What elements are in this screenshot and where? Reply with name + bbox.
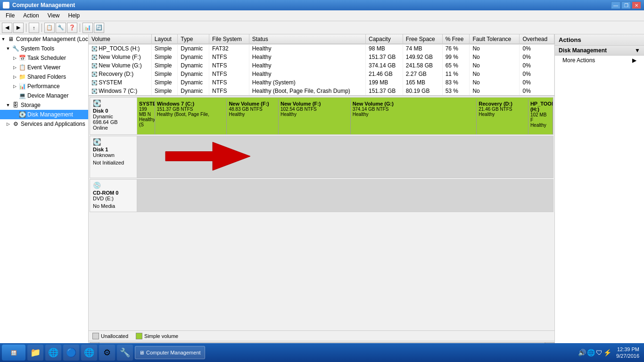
cdrom-status: No Media: [93, 203, 134, 209]
menu-view[interactable]: View: [44, 11, 64, 20]
table-row[interactable]: 💽 SYSTEM Simple Dynamic NTFS Healthy (Sy…: [89, 78, 554, 87]
systray: 🔊 🌐 🛡 ⚡: [578, 349, 611, 356]
tree-root[interactable]: ▼ 🖥 Computer Management (Local: [0, 34, 88, 44]
systray-2[interactable]: 🌐: [587, 349, 595, 356]
device-icon: 💻: [18, 92, 26, 99]
close-button[interactable]: ✕: [632, 1, 641, 9]
system-tools-icon: 🔧: [12, 45, 19, 52]
col-type[interactable]: Type: [178, 34, 209, 44]
disk0-type: Dynamic: [93, 114, 134, 119]
properties-button[interactable]: 🔧: [56, 23, 66, 33]
back-button[interactable]: ◀: [2, 23, 12, 33]
cell-layout: Simple: [151, 44, 178, 53]
disk0-p2[interactable]: Windows 7 (C:) 151.37 GB NTFS Healthy (B…: [155, 99, 227, 134]
cell-free: 80.19 GB: [403, 87, 442, 95]
cell-pct: 53 %: [442, 87, 470, 95]
cell-overhead: 0%: [520, 44, 554, 53]
start-button[interactable]: 🪟: [2, 345, 25, 361]
view-button[interactable]: 📊: [83, 23, 93, 33]
main-container: ▼ 🖥 Computer Management (Local ▼ 🔧 Syste…: [0, 34, 644, 348]
col-layout[interactable]: Layout: [151, 34, 178, 44]
tree-disk-management[interactable]: 💽 Disk Management: [0, 110, 88, 119]
col-volume[interactable]: Volume: [89, 34, 151, 44]
disk0-row: 💽 Disk 0 Dynamic 698.64 GB Online SYSTEM…: [90, 97, 553, 135]
cell-free: 2.27 GB: [403, 70, 442, 78]
tree-performance[interactable]: ▷ 📊 Performance: [0, 82, 88, 91]
systray-4[interactable]: ⚡: [603, 349, 611, 356]
tree-shared-folders[interactable]: ▷ 📁 Shared Folders: [0, 72, 88, 82]
col-pct[interactable]: % Free: [442, 34, 470, 44]
tree-device-manager[interactable]: 💻 Device Manager: [0, 91, 88, 100]
cell-fs: NTFS: [209, 87, 249, 95]
disk0-p5[interactable]: New Volume (G:) 374.14 GB NTFS Healthy: [351, 99, 477, 134]
cell-free: 165 MB: [403, 78, 442, 87]
table-row[interactable]: 💽 New Volume (G:) Simple Dynamic NTFS He…: [89, 61, 554, 70]
tree-services[interactable]: ▷ ⚙ Services and Applications: [0, 119, 88, 129]
cell-overhead: 0%: [520, 53, 554, 61]
active-task[interactable]: 🖥 Computer Management: [135, 346, 205, 359]
cell-fs: NTFS: [209, 78, 249, 87]
cell-overhead: 0%: [520, 70, 554, 78]
disk0-icon: 💽: [93, 99, 134, 107]
cell-layout: Simple: [151, 87, 178, 95]
arrow-indicator: [156, 140, 250, 174]
taskbar-tool2[interactable]: 🔧: [117, 345, 133, 361]
show-hide-button[interactable]: 📋: [44, 23, 55, 33]
cell-pct: 11 %: [442, 70, 470, 78]
taskbar-right: 🔊 🌐 🛡 ⚡ 12:39 PM 9/27/2016: [578, 346, 642, 360]
col-capacity[interactable]: Capacity: [366, 34, 403, 44]
col-fault[interactable]: Fault Tolerance: [470, 34, 520, 44]
restore-button[interactable]: ❐: [621, 1, 631, 9]
refresh-button[interactable]: 🔄: [94, 23, 104, 33]
device-label: Device Manager: [27, 92, 68, 99]
tree-event-viewer[interactable]: ▷ 📋 Event Viewer: [0, 63, 88, 72]
legend-bar: Unallocated Simple volume: [89, 330, 554, 341]
menu-help[interactable]: Help: [65, 11, 84, 20]
cell-type: Dynamic: [178, 53, 209, 61]
taskbar-explorer[interactable]: 📁: [27, 345, 43, 361]
table-row[interactable]: 💽 Windows 7 (C:) Simple Dynamic NTFS Hea…: [89, 87, 554, 95]
systray-1[interactable]: 🔊: [578, 349, 586, 356]
actions-header: Actions: [555, 34, 644, 46]
taskbar-chrome[interactable]: 🔵: [63, 345, 79, 361]
disk0-p4[interactable]: New Volume (F:) 102.54 GB NTFS Healthy: [279, 99, 351, 134]
disk0-p7[interactable]: HP_TOOLS (H:) 102 MB F Healthy: [528, 99, 553, 134]
cell-status: Healthy (Boot, Page File, Crash Dump): [249, 87, 365, 95]
disk-view: 💽 Disk 0 Dynamic 698.64 GB Online SYSTEM…: [89, 96, 554, 330]
disk-mgmt-section-label: Disk Management: [559, 47, 607, 54]
minimize-button[interactable]: —: [611, 1, 620, 9]
col-fs[interactable]: File System: [209, 34, 249, 44]
clock[interactable]: 12:39 PM 9/27/2016: [613, 346, 642, 360]
disk0-p3[interactable]: New Volume (F:) 48.83 GB NTFS Healthy: [227, 99, 279, 134]
systray-3[interactable]: 🛡: [596, 349, 603, 356]
more-actions-item[interactable]: More Actions ▶: [555, 56, 644, 65]
forward-button[interactable]: ▶: [13, 23, 24, 33]
disk0-label: 💽 Disk 0 Dynamic 698.64 GB Online: [90, 98, 137, 134]
tree-storage[interactable]: ▼ 🗄 Storage: [0, 100, 88, 110]
taskbar-ie[interactable]: 🌐: [45, 345, 61, 361]
legend-simple: Simple volume: [136, 333, 178, 339]
tree-task-scheduler[interactable]: ▷ 📅 Task Scheduler: [0, 53, 88, 63]
help-button[interactable]: ❓: [67, 23, 77, 33]
system-tools-arrow: ▼: [6, 46, 10, 51]
col-free[interactable]: Free Space: [403, 34, 442, 44]
col-overhead[interactable]: Overhead: [520, 34, 554, 44]
disk0-p6[interactable]: Recovery (D:) 21.46 GB NTFS Healthy: [477, 99, 528, 134]
tree-system-tools[interactable]: ▼ 🔧 System Tools: [0, 44, 88, 53]
cell-free: 149.92 GB: [403, 53, 442, 61]
perf-label: Performance: [27, 83, 60, 90]
table-row[interactable]: 💽 Recovery (D:) Simple Dynamic NTFS Heal…: [89, 70, 554, 78]
cell-status: Healthy (System): [249, 78, 365, 87]
menu-action[interactable]: Action: [19, 11, 42, 20]
task-arrow: ▷: [12, 56, 17, 60]
up-button[interactable]: ↑: [29, 23, 39, 33]
table-row[interactable]: 💽 HP_TOOLS (H:) Simple Dynamic FAT32 Hea…: [89, 44, 554, 53]
disk0-p1[interactable]: SYSTEM 199 MB N Healthy (S: [137, 99, 155, 134]
cell-fault: No: [470, 87, 520, 95]
disk-management-section[interactable]: Disk Management ▼: [555, 46, 644, 56]
taskbar-tool1[interactable]: ⚙: [99, 345, 115, 361]
taskbar-browser2[interactable]: 🌐: [81, 345, 97, 361]
menu-file[interactable]: File: [2, 11, 18, 20]
table-row[interactable]: 💽 New Volume (F:) Simple Dynamic NTFS He…: [89, 53, 554, 61]
col-status[interactable]: Status: [249, 34, 365, 44]
